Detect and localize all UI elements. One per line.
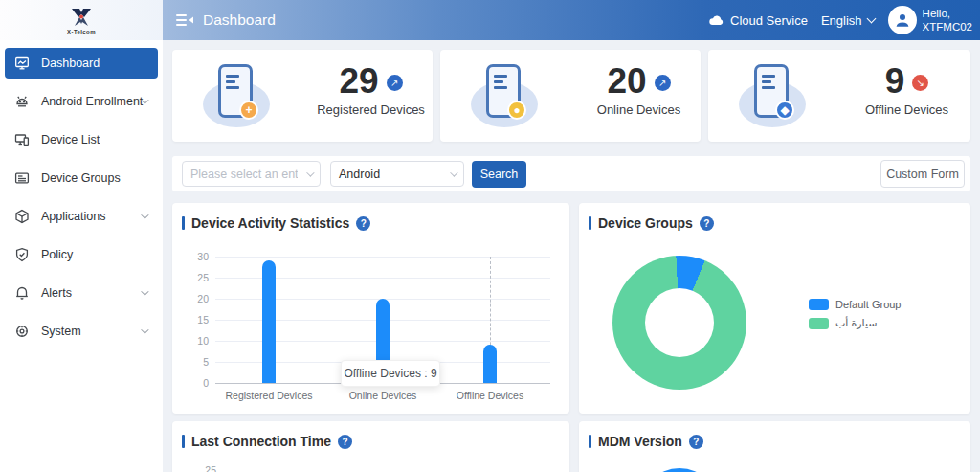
cloud-service-menu[interactable]: Cloud Service: [708, 13, 808, 28]
help-icon[interactable]: ?: [689, 435, 703, 449]
stat-label: Registered Devices: [317, 102, 425, 117]
custom-form-button[interactable]: Custom Form: [880, 160, 965, 188]
partial-donut-chart: [639, 468, 720, 472]
sidebar-item-label: System: [41, 325, 81, 338]
app-root: X-Telcom Dashboard Cloud Service: [0, 0, 980, 472]
chevron-down-icon: [141, 287, 148, 295]
help-icon[interactable]: ?: [700, 216, 714, 231]
header: X-Telcom Dashboard Cloud Service: [0, 0, 980, 40]
stat-label: Offline Devices: [865, 102, 948, 117]
help-icon[interactable]: ?: [338, 435, 352, 449]
alerts-icon: [14, 285, 30, 301]
greeting-username: XTFMC02: [923, 21, 972, 33]
donut-legend: Default Groupسيارة أب: [809, 299, 901, 329]
y-axis-tick: 30: [180, 251, 209, 262]
search-button[interactable]: Search: [472, 161, 526, 188]
chevron-down-icon: [141, 211, 148, 218]
chevron-down-icon: [450, 169, 457, 176]
logo-text: X-Telcom: [67, 29, 96, 34]
last-connection-card: Last Connection Time ? 25: [172, 421, 569, 472]
bar-offline-devices[interactable]: [483, 345, 497, 383]
stat-card-offline-devices: ◆9↘Offline Devices: [708, 50, 970, 142]
donut-chart[interactable]: [612, 256, 746, 390]
sidebar-item-dashboard[interactable]: Dashboard: [5, 48, 158, 79]
device-groups-title: Device Groups: [598, 215, 693, 231]
trend-down-icon: ↘: [912, 75, 928, 91]
user-greeting: Hello, XTFMC02: [923, 7, 972, 34]
legend-item[interactable]: Default Group: [809, 299, 901, 310]
mdm-version-card: MDM Version ?: [579, 421, 970, 472]
device-activity-card: Device Activity Statistics ? 05101520253…: [172, 203, 569, 414]
cloud-icon: [708, 14, 724, 26]
page-title: Dashboard: [203, 11, 276, 29]
device-groups-icon: [14, 170, 30, 186]
stat-value: 29: [339, 63, 378, 101]
sidebar-item-label: Applications: [41, 210, 105, 223]
stat-label: Online Devices: [597, 102, 680, 117]
bar-registered-devices[interactable]: [262, 260, 276, 383]
filter-bar: Please select an ente Android Search Cus…: [172, 156, 970, 191]
sidebar-item-label: Alerts: [41, 286, 72, 300]
policy-icon: [14, 247, 30, 262]
y-axis-tick: 25: [188, 464, 216, 472]
sidebar-item-system[interactable]: System: [5, 316, 158, 347]
phone-illustration: ◆: [737, 60, 808, 131]
sidebar-item-applications[interactable]: Applications: [5, 201, 158, 232]
y-axis-tick: 25: [180, 272, 209, 283]
sidebar-item-label: Policy: [41, 248, 73, 261]
device-list-icon: [14, 132, 30, 147]
os-select[interactable]: Android: [330, 161, 464, 187]
sidebar-item-device-groups[interactable]: Device Groups: [5, 163, 158, 193]
phone-illustration: ●: [469, 60, 540, 131]
sidebar-item-device-list[interactable]: Device List: [5, 124, 158, 155]
legend-swatch: [809, 299, 829, 310]
android-icon: [14, 94, 30, 109]
legend-item[interactable]: سيارة أب: [809, 317, 901, 329]
y-axis-tick: 15: [180, 314, 209, 326]
phone-illustration: +: [201, 60, 272, 131]
stat-value: 9: [885, 63, 905, 101]
language-selector[interactable]: English: [821, 13, 875, 28]
sidebar-item-policy[interactable]: Policy: [5, 239, 158, 270]
avatar: [888, 6, 917, 34]
sidebar: DashboardAndroid EnrollmentDevice ListDe…: [0, 40, 163, 472]
brand-logo[interactable]: X-Telcom: [67, 7, 96, 34]
title-accent-bar: [589, 435, 591, 448]
title-accent-bar: [182, 435, 185, 448]
title-accent-bar: [589, 216, 591, 230]
x-axis-label: Offline Devices: [433, 390, 547, 401]
x-axis-label: Online Devices: [325, 390, 440, 401]
stat-card-registered-devices: +29↗Registered Devices: [172, 50, 433, 142]
mdm-version-title: MDM Version: [598, 434, 682, 449]
os-select-value: Android: [339, 168, 380, 181]
x-telcom-logo-icon: [69, 7, 94, 28]
sidebar-item-label: Device Groups: [41, 171, 121, 185]
applications-icon: [14, 209, 30, 224]
cloud-service-label: Cloud Service: [730, 13, 808, 28]
sidebar-item-android-enrollment[interactable]: Android Enrollment: [5, 86, 158, 117]
device-groups-card: Device Groups ? Default Groupسيارة أب: [579, 203, 970, 414]
last-connection-title: Last Connection Time: [191, 434, 331, 449]
badge-icon: ●: [507, 101, 526, 120]
chevron-down-icon: [866, 14, 876, 24]
system-icon: [14, 324, 30, 339]
trend-up-icon: ↗: [655, 75, 671, 91]
legend-swatch: [809, 318, 829, 329]
sidebar-item-alerts[interactable]: Alerts: [5, 278, 158, 308]
y-axis-tick: 20: [180, 293, 209, 304]
sidebar-item-label: Dashboard: [41, 56, 100, 70]
logo-area: X-Telcom: [0, 0, 163, 40]
legend-label: سيارة أب: [835, 317, 877, 329]
enterprise-select-placeholder: Please select an ente: [190, 168, 298, 181]
sidebar-item-label: Android Enrollment: [41, 95, 143, 108]
enterprise-select[interactable]: Please select an ente: [182, 161, 321, 187]
user-menu[interactable]: Hello, XTFMC02: [888, 6, 972, 34]
collapse-menu-icon[interactable]: [176, 12, 194, 28]
gridline: [215, 257, 550, 258]
x-axis-label: Registered Devices: [212, 390, 326, 401]
user-icon: [894, 11, 911, 29]
stat-value: 20: [607, 63, 646, 101]
y-axis-tick: 0: [180, 377, 209, 389]
y-axis-tick: 10: [180, 335, 209, 347]
legend-label: Default Group: [835, 299, 901, 310]
